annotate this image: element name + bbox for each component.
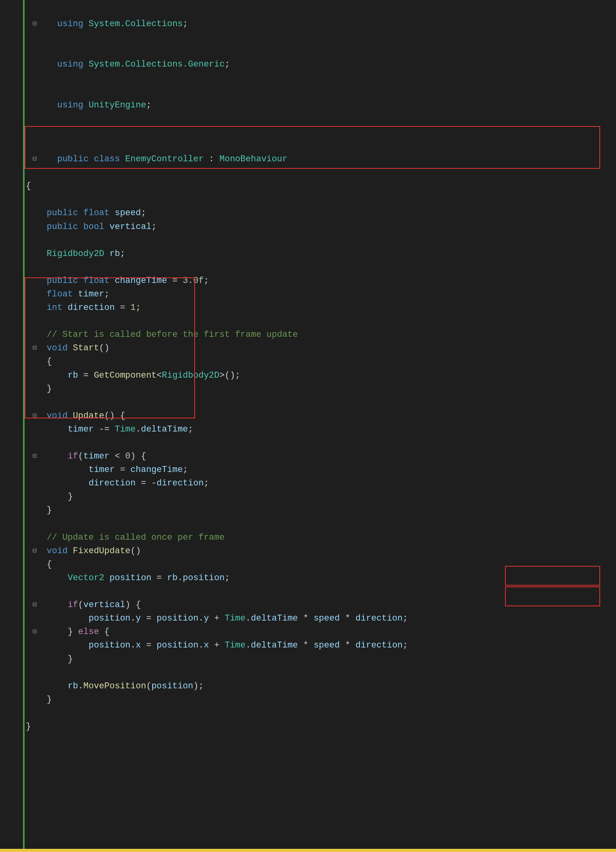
code-line-fu-open: { bbox=[24, 558, 616, 571]
code-line-blank3 bbox=[24, 234, 616, 247]
gutter-start-close bbox=[24, 382, 46, 396]
code-line-blank1 bbox=[24, 126, 616, 139]
code-line-blank2 bbox=[24, 193, 616, 206]
code-line-start-open: { bbox=[24, 355, 616, 369]
bottom-status-bar bbox=[0, 849, 616, 852]
gutter-timer bbox=[24, 288, 46, 301]
gutter-update: ⊟ bbox=[24, 409, 46, 423]
code-line-moveposition: rb.MovePosition(position); bbox=[24, 680, 616, 693]
gutter-changetime bbox=[24, 274, 46, 288]
gutter-class-close bbox=[24, 720, 46, 734]
gutter-rb bbox=[24, 247, 46, 261]
gutter-else: ⊟ bbox=[24, 625, 46, 639]
type-system: System.Collections bbox=[88, 19, 183, 29]
gutter-timer-reset bbox=[24, 463, 46, 477]
code-line-position: Vector2 position = rb.position; bbox=[24, 571, 616, 585]
code-line-blank4 bbox=[24, 261, 616, 274]
gutter-fu-open bbox=[24, 558, 46, 571]
gutter-2 bbox=[24, 44, 46, 85]
code-line-blank5 bbox=[24, 315, 616, 328]
code-line-if-timer: ⊟ if(timer < 0) { bbox=[24, 450, 616, 463]
code-line-class-close: } bbox=[24, 720, 616, 734]
code-line-speed: public float speed; bbox=[24, 206, 616, 220]
code-line-blank-bottom bbox=[24, 734, 616, 747]
code-line-if-close: } bbox=[24, 490, 616, 504]
gutter-if-vertical: ⊟ bbox=[24, 598, 46, 612]
code-line-changetime: public float changeTime = 3.0f; bbox=[24, 274, 616, 288]
code-line-pos-y: position.y = position.y + Time.deltaTime… bbox=[24, 612, 616, 625]
code-line-if-vertical: ⊟ if(vertical) { bbox=[24, 598, 616, 612]
code-line-else-close: } bbox=[24, 653, 616, 666]
code-line-class: ⊟ public class EnemyController : MonoBeh… bbox=[24, 139, 616, 180]
code-line-open-brace: { bbox=[24, 180, 616, 193]
code-line-comment2: // Update is called once per frame bbox=[24, 531, 616, 544]
code-line-blank8 bbox=[24, 518, 616, 531]
code-line-getcomponent: rb = GetComponent<Rigidbody2D>(); bbox=[24, 369, 616, 382]
code-line-timer-reset: timer = changeTime; bbox=[24, 463, 616, 477]
code-line-1: ⊟ using System.Collections; bbox=[24, 4, 616, 44]
gutter-start-open bbox=[24, 355, 46, 369]
code-line-direction: int direction = 1; bbox=[24, 301, 616, 315]
code-line-else: ⊟ } else { bbox=[24, 625, 616, 639]
code-line-vertical: public bool vertical; bbox=[24, 220, 616, 234]
gutter-speed bbox=[24, 206, 46, 220]
code-line-timer: float timer; bbox=[24, 288, 616, 301]
code-line-update: ⊟ void Update() { bbox=[24, 409, 616, 423]
code-line-blank9 bbox=[24, 585, 616, 598]
gutter-direction bbox=[24, 301, 46, 315]
gutter-fu-inner-close bbox=[24, 693, 46, 707]
kw-using: using bbox=[57, 19, 83, 29]
gutter-timer-decrement bbox=[24, 423, 46, 436]
code-line-timer-decrement: timer -= Time.deltaTime; bbox=[24, 423, 616, 436]
gutter-if-close bbox=[24, 490, 46, 504]
code-line-update-close: } bbox=[24, 504, 616, 517]
gutter-update-close bbox=[24, 504, 46, 517]
gutter-fixedupdate: ⊟ bbox=[24, 544, 46, 558]
code-line-direction-negate: direction = -direction; bbox=[24, 477, 616, 490]
code-line-blank11 bbox=[24, 707, 616, 720]
gutter-comment1 bbox=[24, 328, 46, 342]
gutter-ob bbox=[24, 180, 46, 193]
gutter-pos-x bbox=[24, 639, 46, 652]
gutter-start: ⊟ bbox=[24, 342, 46, 355]
gutter-vertical bbox=[24, 220, 46, 234]
gutter-direction-negate bbox=[24, 477, 46, 490]
code-line-start-close: } bbox=[24, 382, 616, 396]
code-line-blank6 bbox=[24, 396, 616, 409]
code-line-fu-inner-close: } bbox=[24, 693, 616, 707]
gutter-1: ⊟ bbox=[24, 4, 46, 44]
gutter-pos-y bbox=[24, 612, 46, 625]
code-line-pos-x: position.x = position.x + Time.deltaTime… bbox=[24, 639, 616, 652]
code-line-blank10 bbox=[24, 666, 616, 680]
code-line-fixedupdate: ⊟ void FixedUpdate() bbox=[24, 544, 616, 558]
gutter-position bbox=[24, 571, 46, 585]
code-line-blank7 bbox=[24, 436, 616, 450]
gutter-class: ⊟ bbox=[24, 139, 46, 180]
gutter-moveposition bbox=[24, 680, 46, 693]
code-line-comment1: // Start is called before the first fram… bbox=[24, 328, 616, 342]
code-line-rb: Rigidbody2D rb; bbox=[24, 247, 616, 261]
code-line-3: using UnityEngine; bbox=[24, 85, 616, 126]
gutter-if-timer: ⊟ bbox=[24, 450, 46, 463]
code-editor: ⊟ using System.Collections; using System… bbox=[0, 0, 616, 751]
gutter-else-close bbox=[24, 653, 46, 666]
code-line-start: ⊟ void Start() bbox=[24, 342, 616, 355]
gutter-3 bbox=[24, 85, 46, 126]
gutter-comment2 bbox=[24, 531, 46, 544]
code-line-2: using System.Collections.Generic; bbox=[24, 44, 616, 85]
gutter-getcomponent bbox=[24, 369, 46, 382]
